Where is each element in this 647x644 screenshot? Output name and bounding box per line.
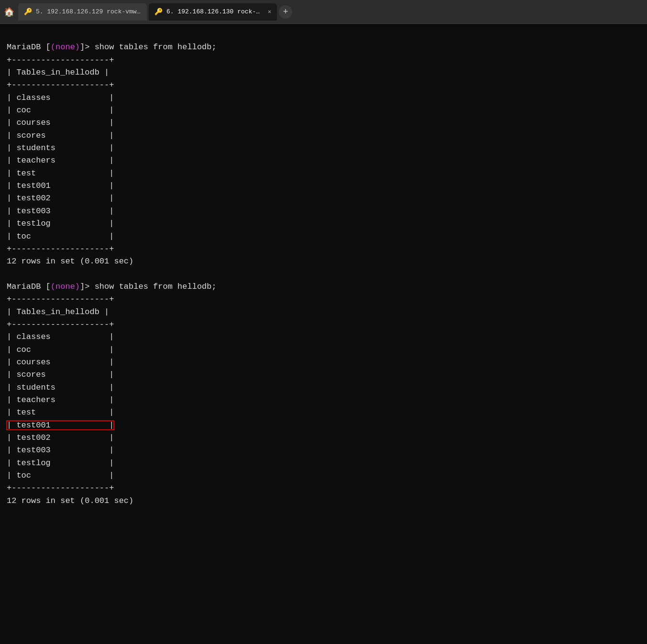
block2-row-students: | students | <box>7 383 114 392</box>
block1-row-scores: | scores | <box>7 131 114 140</box>
tab-close-button[interactable]: ✕ <box>268 8 271 15</box>
block1-row-teachers: | teachers | <box>7 156 114 165</box>
block2-row-test001-highlighted: | test001 | <box>7 421 114 430</box>
block2-row-courses: | courses | <box>7 358 114 367</box>
block2-row-testlog: | testlog | <box>7 458 114 468</box>
block2-border-top: +--------------------+ <box>7 295 114 304</box>
block2-row-test002: | test002 | <box>7 433 114 442</box>
block1-prompt: MariaDB [(none)]> show tables from hello… <box>7 43 217 52</box>
browser-chrome: 🏠 🔑 5. 192.168.126.129 rock-vmwarestatio… <box>0 0 647 24</box>
block1-row-coc: | coc | <box>7 106 114 115</box>
block1-row-test002: | test002 | <box>7 194 114 203</box>
tab-icon-1: 🔑 <box>24 8 32 16</box>
block1-row-toc: | toc | <box>7 232 114 241</box>
block2-prompt: MariaDB [(none)]> show tables from hello… <box>7 282 217 291</box>
block1-row-test: | test | <box>7 169 114 178</box>
block2-row-coc: | coc | <box>7 345 114 354</box>
block2-row-toc: | toc | <box>7 471 114 480</box>
block2-result: 12 rows in set (0.001 sec) <box>7 496 133 505</box>
new-tab-icon: + <box>283 7 288 17</box>
block1-row-testlog: | testlog | <box>7 219 114 228</box>
tab-label-2: 6. 192.168.126.130 rock-vmwaresta... <box>166 8 262 15</box>
tab-active-2[interactable]: 🔑 6. 192.168.126.130 rock-vmwaresta... ✕ <box>149 3 277 21</box>
tab-icon-2: 🔑 <box>154 8 163 16</box>
block2-row-test: | test | <box>7 408 114 417</box>
home-icon[interactable]: 🏠 <box>4 7 14 17</box>
block2-row-classes: | classes | <box>7 332 114 341</box>
new-tab-button[interactable]: + <box>279 5 292 19</box>
block2-row-test003: | test003 | <box>7 446 114 455</box>
block2-border-mid: +--------------------+ <box>7 320 114 329</box>
terminal-content: MariaDB [(none)]> show tables from hello… <box>0 24 647 644</box>
block1-row-classes: | classes | <box>7 93 114 102</box>
tab-label-1: 5. 192.168.126.129 rock-vmwarestation <box>36 8 141 15</box>
block1-header: | Tables_in_hellodb | <box>7 68 109 77</box>
block1-row-courses: | courses | <box>7 118 114 127</box>
block1-border-bot: +--------------------+ <box>7 244 114 253</box>
block1-row-test003: | test003 | <box>7 207 114 216</box>
block1-border-mid: +--------------------+ <box>7 80 114 89</box>
block2-row-scores: | scores | <box>7 370 114 379</box>
block2-header: | Tables_in_hellodb | <box>7 307 109 317</box>
block1-row-students: | students | <box>7 143 114 153</box>
tab-inactive-1[interactable]: 🔑 5. 192.168.126.129 rock-vmwarestation <box>18 3 147 21</box>
block1-border-top: +--------------------+ <box>7 55 114 65</box>
block1-row-test001: | test001 | <box>7 181 114 190</box>
block1-result: 12 rows in set (0.001 sec) <box>7 257 133 266</box>
block2-row-teachers: | teachers | <box>7 395 114 404</box>
block2-border-bot: +--------------------+ <box>7 483 114 492</box>
